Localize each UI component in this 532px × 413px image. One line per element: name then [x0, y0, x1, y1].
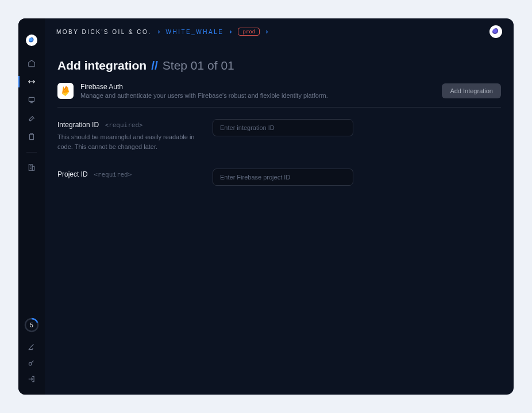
project-id-input[interactable] — [213, 169, 353, 186]
chevron-right-icon — [264, 29, 269, 35]
sidebar: 5 — [18, 18, 45, 395]
nav-home[interactable] — [18, 56, 45, 70]
nav-tools[interactable] — [18, 112, 45, 125]
project-id-label: Project ID — [57, 170, 88, 178]
page-title-separator: // — [151, 59, 158, 72]
nav-cleanup[interactable] — [28, 342, 36, 352]
integration-id-help: This should be meaningful and easily rea… — [57, 132, 195, 151]
nav-list — [18, 56, 45, 174]
page-title-main: Add integration — [57, 59, 147, 72]
form-label-col: Project ID <required> — [57, 169, 195, 186]
required-tag: <required> — [94, 171, 132, 178]
svg-rect-0 — [29, 97, 34, 101]
svg-rect-1 — [30, 134, 34, 139]
switch-icon — [28, 78, 36, 86]
chevron-right-icon — [228, 29, 233, 35]
breadcrumb-project[interactable]: WHITE_WHALE — [166, 29, 224, 35]
nav-devices[interactable] — [18, 93, 45, 107]
home-icon — [28, 59, 36, 67]
nav-logout[interactable] — [28, 374, 36, 384]
form-input-col — [213, 119, 353, 151]
form-row-project-id: Project ID <required> — [57, 169, 501, 186]
chevron-right-icon — [156, 29, 161, 35]
user-avatar[interactable] — [489, 25, 502, 38]
topbar: MOBY DICK'S OIL & CO. WHITE_WHALE prod — [45, 18, 514, 45]
firebase-icon — [57, 83, 74, 99]
usage-badge-value: 5 — [30, 322, 33, 328]
app-frame: 5 MOBY DICK'S OIL & CO. WHITE_WHALE — [18, 18, 514, 395]
device-icon — [28, 96, 36, 104]
integration-info: Firebase Auth Manage and authenticate yo… — [80, 83, 435, 99]
sidebar-bottom — [28, 342, 36, 384]
form-row-integration-id: Integration ID <required> This should be… — [57, 119, 501, 151]
nav-organization[interactable] — [18, 160, 45, 174]
content: Add integration // Step 01 of 01 Firebas… — [45, 45, 514, 395]
key-icon — [28, 359, 36, 367]
breadcrumb-org[interactable]: MOBY DICK'S OIL & CO. — [56, 29, 152, 35]
exit-icon — [28, 375, 36, 383]
nav-divider — [26, 152, 37, 152]
clipboard-icon — [28, 133, 36, 141]
integration-desc: Manage and authenticate your users with … — [80, 92, 435, 99]
add-integration-button[interactable]: Add Integration — [442, 83, 501, 98]
integration-name: Firebase Auth — [80, 83, 435, 91]
page-title: Add integration // Step 01 of 01 — [57, 59, 501, 72]
page-title-step: Step 01 of 01 — [163, 59, 234, 72]
svg-point-6 — [29, 362, 32, 365]
nav-api-keys[interactable] — [28, 358, 36, 368]
env-badge[interactable]: prod — [238, 28, 260, 36]
nav-integrations[interactable] — [18, 75, 45, 89]
integration-id-label: Integration ID — [57, 121, 99, 129]
integration-id-input[interactable] — [213, 119, 353, 136]
building-icon — [28, 163, 36, 171]
nav-clipboard[interactable] — [18, 130, 45, 144]
integration-header: Firebase Auth Manage and authenticate yo… — [57, 83, 501, 108]
usage-badge[interactable]: 5 — [24, 318, 39, 332]
app-logo-icon[interactable] — [26, 35, 37, 46]
broom-icon — [28, 343, 36, 351]
required-tag: <required> — [105, 121, 143, 129]
tools-icon — [28, 114, 36, 123]
breadcrumb: MOBY DICK'S OIL & CO. WHITE_WHALE prod — [56, 28, 489, 36]
main-area: MOBY DICK'S OIL & CO. WHITE_WHALE prod A… — [45, 18, 514, 395]
form-label-col: Integration ID <required> This should be… — [57, 119, 195, 151]
form-input-col — [213, 169, 353, 186]
svg-rect-3 — [32, 166, 34, 170]
